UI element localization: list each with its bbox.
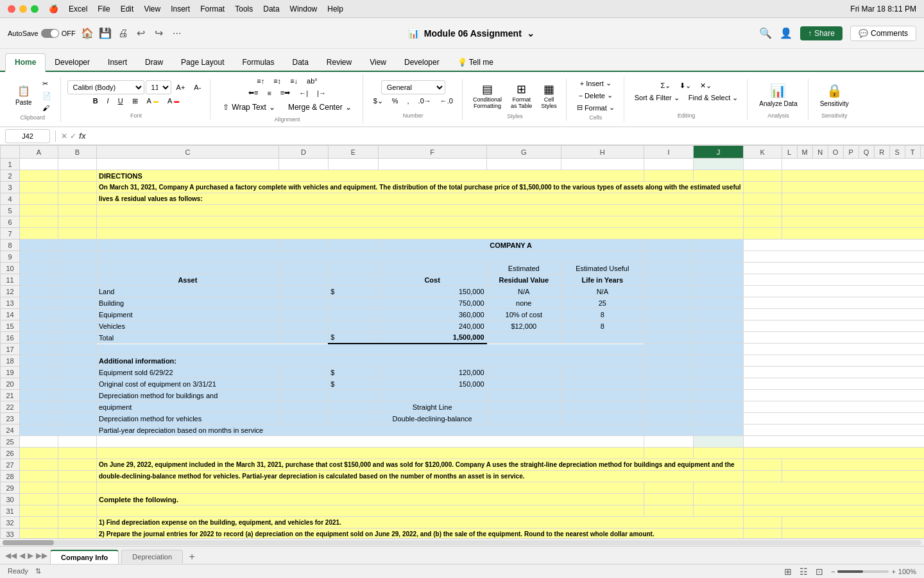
tab-view[interactable]: View: [361, 54, 395, 71]
cell-d15[interactable]: [278, 320, 328, 332]
cell-b26[interactable]: [58, 448, 97, 459]
cell-k17[interactable]: [743, 344, 924, 355]
cell-j9[interactable]: [694, 251, 743, 263]
cell-j12[interactable]: [694, 286, 743, 297]
cell-f1[interactable]: [378, 159, 486, 170]
comma-button[interactable]: ,: [404, 96, 413, 106]
cell-b27[interactable]: [58, 459, 97, 471]
cell-i1[interactable]: [644, 159, 693, 170]
more-icon[interactable]: ···: [171, 27, 184, 40]
col-p[interactable]: P: [843, 146, 859, 159]
cell-f20[interactable]: 150,000: [378, 378, 486, 390]
cell-a30[interactable]: [20, 494, 58, 505]
cell-j21[interactable]: [694, 390, 743, 401]
cell-b25[interactable]: [58, 436, 97, 448]
cell-e16[interactable]: $: [329, 332, 378, 344]
cell-i13[interactable]: [644, 297, 693, 309]
autosave-toggle[interactable]: AutoSave OFF: [8, 29, 76, 38]
close-button[interactable]: [8, 5, 15, 13]
cell-l2[interactable]: [782, 170, 924, 182]
cell-j18[interactable]: [694, 355, 743, 367]
col-n[interactable]: N: [812, 146, 828, 159]
align-right-button[interactable]: ≡➡: [277, 87, 294, 98]
cell-j20[interactable]: [694, 378, 743, 390]
increase-indent-button[interactable]: |→: [313, 88, 330, 98]
cell-j14[interactable]: [694, 309, 743, 320]
row-26-header[interactable]: 26: [1, 448, 20, 459]
cell-h10[interactable]: Estimated Useful: [561, 263, 644, 274]
sensitivity-button[interactable]: 🔒 Sensitivity: [815, 80, 854, 110]
col-q[interactable]: Q: [859, 146, 874, 159]
cell-c18[interactable]: Additional information:: [97, 355, 644, 367]
cell-d12[interactable]: [278, 286, 328, 297]
cell-i23[interactable]: [644, 413, 693, 425]
menu-insert[interactable]: Insert: [171, 4, 190, 13]
cell-g11[interactable]: Residual Value: [486, 274, 561, 286]
align-left-button[interactable]: ⬅≡: [244, 87, 262, 98]
cell-j17[interactable]: [694, 344, 743, 355]
cell-j27[interactable]: [743, 459, 782, 471]
percent-button[interactable]: %: [388, 96, 402, 106]
cell-c20[interactable]: Original cost of equipment on 3/31/21: [97, 378, 279, 390]
cell-c27[interactable]: On June 29, 2022, equipment included in …: [97, 459, 744, 471]
row-21-header[interactable]: 21: [1, 390, 20, 401]
comments-button[interactable]: 💬 Comments: [850, 26, 916, 41]
align-top-right-button[interactable]: ≡↓: [286, 76, 302, 86]
cell-c22[interactable]: equipment: [97, 401, 279, 413]
cell-a24[interactable]: [20, 425, 58, 436]
cell-b8[interactable]: [58, 240, 97, 251]
cell-f11[interactable]: Cost: [378, 274, 486, 286]
cell-b15[interactable]: [58, 320, 97, 332]
align-center-button[interactable]: ≡: [263, 88, 275, 98]
formula-input[interactable]: [89, 129, 919, 143]
cell-a10[interactable]: [20, 263, 58, 274]
scrollbar-thumb[interactable]: [3, 540, 54, 545]
cell-b2[interactable]: [58, 170, 97, 182]
cell-k18[interactable]: [743, 355, 924, 367]
cell-k30[interactable]: [743, 494, 924, 505]
cell-i25[interactable]: [644, 436, 693, 448]
cell-c14[interactable]: Equipment: [97, 309, 279, 320]
increase-font-button[interactable]: A+: [173, 82, 189, 92]
cell-j8[interactable]: [694, 240, 743, 251]
cell-c19[interactable]: Equipment sold 6/29/22: [97, 367, 279, 378]
cell-a19[interactable]: [20, 367, 58, 378]
cell-a5[interactable]: [20, 205, 58, 216]
cell-k29[interactable]: [743, 482, 924, 494]
col-g[interactable]: G: [486, 146, 561, 159]
apple-menu[interactable]: 🍎: [49, 4, 58, 13]
cell-k9[interactable]: [743, 251, 924, 263]
col-s[interactable]: S: [889, 146, 905, 159]
cell-h20[interactable]: [561, 378, 644, 390]
row-33-header[interactable]: 33: [1, 529, 20, 539]
border-button[interactable]: ⊞: [128, 96, 142, 107]
align-top-left-button[interactable]: ≡↑: [253, 76, 268, 86]
row-3-header[interactable]: 3: [1, 182, 20, 193]
tab-review[interactable]: Review: [318, 54, 361, 71]
cell-c25[interactable]: [97, 436, 644, 448]
col-r[interactable]: R: [874, 146, 889, 159]
cell-a14[interactable]: [20, 309, 58, 320]
cell-d22[interactable]: [278, 401, 328, 413]
cell-b29[interactable]: [58, 482, 97, 494]
font-color-button[interactable]: A▬: [164, 96, 183, 106]
redo-icon[interactable]: ↪: [153, 27, 166, 40]
minimize-button[interactable]: [19, 5, 27, 13]
cell-c21[interactable]: Depreciation method for buildings and: [97, 390, 279, 401]
horizontal-scrollbar[interactable]: [0, 538, 924, 546]
cell-i29[interactable]: [644, 482, 693, 494]
cell-k4[interactable]: [782, 193, 924, 205]
cell-g15[interactable]: $12,000: [486, 320, 561, 332]
menu-help[interactable]: Help: [327, 4, 343, 13]
row-24-header[interactable]: 24: [1, 425, 20, 436]
cell-j22[interactable]: [694, 401, 743, 413]
cell-l1[interactable]: [782, 159, 924, 170]
cut-button[interactable]: ✂: [38, 78, 55, 89]
cell-k11[interactable]: [743, 274, 924, 286]
cell-j30[interactable]: [694, 494, 743, 505]
decrease-decimal-button[interactable]: .0→: [415, 96, 435, 106]
cell-j33[interactable]: [743, 529, 782, 539]
cell-f14[interactable]: 360,000: [378, 309, 486, 320]
cell-h13[interactable]: 25: [561, 297, 644, 309]
find-select-button[interactable]: Find & Select ⌄: [685, 92, 742, 103]
